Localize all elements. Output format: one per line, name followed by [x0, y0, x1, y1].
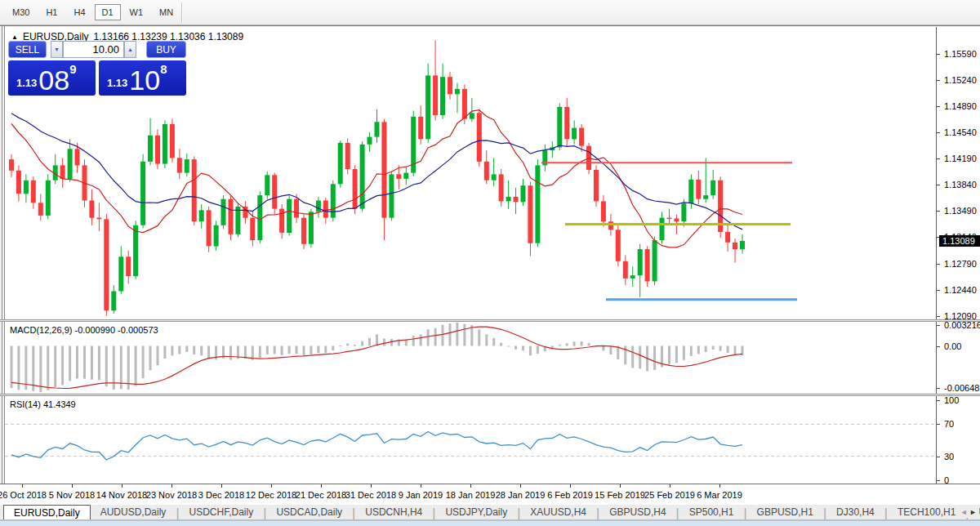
- date-axis-label: 6 Mar 2019: [697, 490, 742, 500]
- date-tick: [221, 484, 222, 488]
- date-axis-label: 6 Feb 2019: [547, 490, 593, 500]
- date-tick: [371, 484, 372, 488]
- date-tick: [22, 484, 23, 488]
- chart-tab-bar: EURUSD,DailyAUDUSD,Daily|USDCHF,Daily|US…: [0, 505, 980, 520]
- one-click-trading-panel: SELL ▼ ▲ BUY 1.13 08 9 1.13 10 8: [8, 41, 186, 96]
- buy-price-prefix: 1.13: [107, 77, 127, 89]
- chart-tab-usdchf[interactable]: USDCHF,Daily: [180, 505, 264, 519]
- price-axis-label-tick: [937, 158, 940, 159]
- date-axis-label: 26 Oct 2018: [0, 490, 47, 500]
- sell-price-panel[interactable]: 1.13 08 9: [8, 60, 96, 96]
- current-price-badge: 1.13089: [939, 235, 980, 247]
- buy-price-big: 10: [129, 69, 160, 91]
- sell-price-big: 08: [38, 69, 69, 91]
- timeframe-button-m30[interactable]: M30: [5, 4, 37, 20]
- date-axis-label: 14 Nov 2018: [96, 490, 147, 500]
- tab-scroll-right-icon[interactable]: ►: [969, 508, 977, 516]
- rsi-axis-label: 70: [944, 419, 954, 429]
- tab-scroll-left-icon[interactable]: ◄: [960, 508, 968, 516]
- chart-tab-sp500[interactable]: SP500,H1: [679, 505, 744, 519]
- rsi-axis-label-tick: [937, 424, 940, 425]
- window-border-left-outer: [2, 26, 2, 526]
- panel-splitter-macd[interactable]: [0, 319, 980, 322]
- date-axis-label: 18 Jan 2019: [446, 490, 496, 500]
- buy-price-panel[interactable]: 1.13 10 8: [99, 60, 186, 96]
- date-axis-label: 25 Feb 2019: [644, 490, 695, 500]
- chart-tab-audusd[interactable]: AUDUSD,Daily: [91, 505, 176, 519]
- chart-tab-gbpusd[interactable]: GBPUSD,H4: [599, 505, 675, 519]
- date-tick: [570, 484, 571, 488]
- date-axis: 26 Oct 20185 Nov 201814 Nov 201823 Nov 2…: [0, 484, 980, 506]
- price-axis-label: 1.12440: [944, 285, 977, 295]
- date-axis-label: 31 Dec 2018: [345, 490, 396, 500]
- timeframe-button-mn[interactable]: MN: [152, 4, 180, 20]
- price-axis-label-tick: [937, 132, 940, 133]
- date-axis-label: 15 Feb 2019: [595, 490, 645, 500]
- date-axis-label: 5 Nov 2018: [49, 490, 95, 500]
- chart-tab-dj30[interactable]: DJ30,H4: [826, 505, 884, 519]
- window-border-top: [0, 25, 980, 26]
- date-axis-label: 23 Nov 2018: [146, 490, 197, 500]
- volume-input[interactable]: [63, 41, 124, 58]
- date-tick: [670, 484, 670, 488]
- rsi-axis-label: 100: [944, 395, 959, 405]
- price-axis-label-tick: [937, 316, 940, 317]
- price-axis-label: 1.13490: [944, 206, 977, 216]
- macd-axis-label-tick: [937, 346, 940, 347]
- price-axis-label: 1.15590: [944, 49, 977, 59]
- price-axis-label-tick: [937, 185, 940, 185]
- timeframe-button-h4[interactable]: H4: [66, 4, 92, 20]
- rsi-axis-label-tick: [937, 400, 940, 401]
- macd-axis-label: 0.00: [944, 341, 961, 351]
- buy-price-sup: 8: [160, 62, 167, 76]
- date-tick: [271, 484, 272, 488]
- price-axis-label: 1.13840: [944, 180, 977, 189]
- date-tick: [122, 484, 122, 488]
- chart-tab-usdjpy[interactable]: USDJPY,Daily: [435, 505, 517, 519]
- date-tick: [470, 484, 471, 488]
- timeframe-toolbar: M30H1H4D1W1MN: [0, 0, 980, 25]
- date-tick: [520, 484, 521, 488]
- timeframe-button-d1[interactable]: D1: [95, 4, 121, 20]
- price-axis-label-tick: [937, 211, 940, 212]
- date-tick: [620, 484, 621, 488]
- sell-price-sup: 9: [69, 62, 76, 76]
- date-tick: [321, 484, 322, 488]
- collapse-panel-icon[interactable]: ▲: [11, 33, 18, 41]
- price-axis-label-tick: [937, 80, 940, 81]
- price-axis-label: 1.14890: [944, 101, 977, 111]
- chart-tab-usdcnh[interactable]: USDCNH,H4: [355, 505, 432, 519]
- price-axis-label: 1.14190: [944, 154, 977, 163]
- buy-button[interactable]: BUY: [146, 41, 186, 58]
- timeframe-button-w1[interactable]: W1: [122, 4, 151, 20]
- price-axis-label-tick: [937, 290, 940, 291]
- rsi-axis-label-tick: [937, 480, 940, 481]
- rsi-label: RSI(14) 41.4349: [10, 399, 76, 409]
- chart-tab-eurusd[interactable]: EURUSD,Daily: [3, 505, 91, 519]
- price-axis-label: 1.14540: [944, 127, 977, 137]
- volume-decrease-button[interactable]: ▼: [51, 41, 63, 58]
- volume-increase-button[interactable]: ▲: [124, 41, 136, 58]
- date-tick: [72, 484, 73, 488]
- toolbar-separator: [181, 2, 183, 23]
- date-axis-label: 28 Jan 2019: [496, 490, 546, 500]
- chart-tab-usdcad[interactable]: USDCAD,Daily: [266, 505, 352, 519]
- price-axis-label-tick: [937, 54, 940, 55]
- sell-button[interactable]: SELL: [8, 41, 47, 58]
- window-bottom-strip: [0, 520, 980, 526]
- chart-tab-gbpusd[interactable]: GBPUSD,H1: [747, 505, 823, 519]
- price-axis-label: 1.12790: [944, 259, 977, 269]
- chart-tab-xauusd[interactable]: XAUUSD,H4: [520, 505, 596, 519]
- price-axis: 1.155901.152401.148901.145401.141901.138…: [936, 27, 980, 484]
- date-axis-label: 9 Jan 2019: [399, 490, 443, 500]
- chart-tab-tech100[interactable]: TECH100,H1: [888, 505, 965, 519]
- timeframe-button-h1[interactable]: H1: [38, 4, 65, 20]
- rsi-axis-label-tick: [937, 457, 940, 457]
- macd-axis-label: -0.006485: [944, 383, 980, 393]
- price-axis-label: 1.15240: [944, 75, 977, 85]
- date-axis-label: 3 Dec 2018: [198, 490, 244, 500]
- panel-splitter-rsi[interactable]: [0, 394, 980, 396]
- rsi-panel[interactable]: [5, 396, 936, 484]
- date-tick: [421, 484, 421, 488]
- price-axis-label-tick: [937, 264, 940, 265]
